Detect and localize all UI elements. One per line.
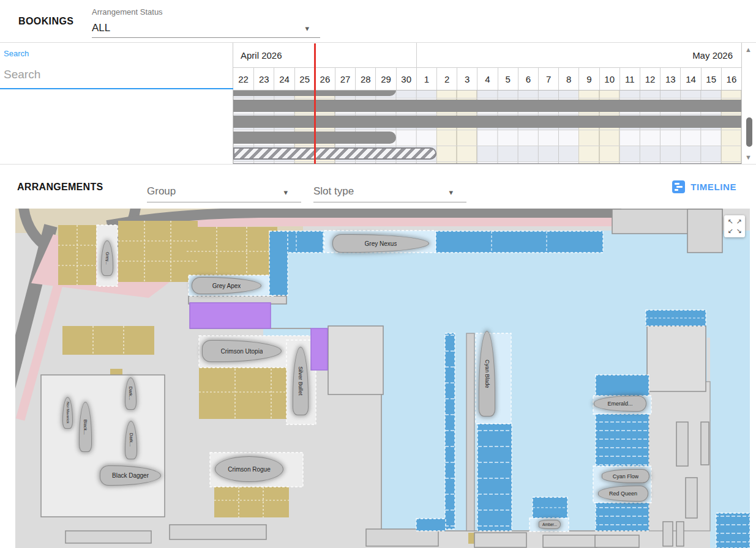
select-underline — [147, 202, 301, 202]
bookings-header: BOOKINGS Arrangement Status ALL ▾ — [0, 0, 756, 43]
group-select[interactable]: Group ▾ — [147, 178, 301, 202]
expand-nw-icon: ↖ — [727, 218, 733, 225]
day-cell: 12 — [640, 68, 660, 90]
weekend-cell — [578, 146, 599, 161]
arrangement-status-label: Arrangement Status — [92, 7, 163, 17]
weekend-cell — [721, 146, 741, 161]
day-cell: 9 — [578, 68, 599, 90]
weekend-cell — [721, 130, 741, 146]
month-header: April 2026 May 2026 — [233, 43, 741, 67]
timeline-scrollbar: ▲ ▼ — [741, 43, 756, 164]
day-cell: 6 — [518, 68, 538, 90]
day-cell: 2 — [436, 68, 457, 90]
yacht-label: Cyan Flow — [613, 473, 639, 480]
weekend-cell — [457, 130, 477, 146]
slot-type-select-label: Slot type — [313, 185, 354, 198]
month-label-april: April 2026 — [233, 43, 416, 67]
yacht-label: Nor Maverick — [66, 402, 70, 423]
day-cell: 3 — [457, 68, 477, 90]
day-cell: 28 — [355, 68, 375, 90]
day-cell: 4 — [477, 68, 497, 90]
chevron-down-icon: ▾ — [449, 188, 453, 197]
yacht[interactable]: Crimson Rogue — [215, 456, 283, 482]
yacht-label: Crimson Rogue — [228, 466, 270, 473]
booking-row-chart — [233, 114, 741, 130]
bookings-title: BOOKINGS — [18, 16, 73, 27]
weekend-cell — [578, 91, 599, 98]
bookings-search-panel: Search — [0, 43, 233, 164]
day-cell: 22 — [233, 68, 253, 90]
yacht[interactable]: Amber... — [539, 520, 561, 529]
expand-sw-icon: ↙ — [727, 228, 733, 234]
day-cell: 29 — [375, 68, 395, 90]
booking-bar[interactable] — [233, 116, 741, 128]
weekend-cell — [599, 91, 619, 98]
yacht-label: Crimson Utopia — [221, 348, 263, 355]
yacht-label: Red Queen — [609, 491, 637, 497]
booking-bar[interactable] — [233, 100, 741, 112]
weekend-cell — [436, 91, 457, 98]
weekend-cell — [721, 91, 741, 98]
day-cell: 8 — [558, 68, 578, 90]
day-cell: 5 — [498, 68, 518, 90]
today-marker-line — [314, 43, 316, 164]
weekend-cell — [578, 130, 599, 146]
weekend-cell — [457, 91, 477, 98]
yacht-label: Black... — [83, 420, 88, 435]
marina-map[interactable]: Grey...Grey NexusGrey ApexCrimson Utopia… — [15, 209, 750, 548]
chevron-down-icon: ▾ — [283, 188, 288, 197]
marina-app: BOOKINGS Arrangement Status ALL ▾ Search… — [0, 0, 756, 548]
booking-row-chart — [233, 98, 741, 114]
scroll-down-icon[interactable]: ▼ — [745, 154, 752, 161]
arrangement-status-select[interactable]: ALL ▾ — [92, 20, 320, 38]
yacht-label: Black Dagger — [112, 472, 149, 479]
booking-row-chart — [233, 91, 741, 98]
day-cell: 1 — [416, 68, 436, 90]
day-cell: 15 — [701, 68, 721, 90]
select-underline — [313, 202, 466, 202]
select-underline — [92, 37, 320, 38]
expand-ne-icon: ↗ — [736, 218, 741, 225]
weekend-cell — [599, 130, 619, 146]
fullscreen-expand-button[interactable]: ↖ ↗ ↙ ↘ — [724, 215, 745, 237]
group-select-label: Group — [147, 185, 176, 198]
slot-type-select[interactable]: Slot type ▾ — [313, 178, 466, 202]
booking-row-chart — [233, 130, 741, 146]
arrangements-title: ARRANGEMENTS — [17, 182, 103, 193]
expand-se-icon: ↘ — [736, 228, 741, 234]
day-cell: 23 — [253, 68, 274, 90]
day-header: 2223242526272829301234567891011121314151… — [233, 67, 741, 91]
yacht-label: Grey Apex — [212, 283, 241, 289]
yacht-label: Cyan Blade — [484, 360, 490, 388]
chevron-down-icon: ▾ — [305, 24, 309, 33]
day-cell: 16 — [721, 68, 741, 90]
timeline-button-label: TIMELINE — [691, 182, 736, 192]
month-label-may: May 2026 — [416, 43, 741, 67]
day-cell: 25 — [294, 68, 315, 90]
booking-bar[interactable] — [233, 147, 436, 160]
yacht-label: Dark... — [129, 433, 134, 446]
day-cell: 14 — [680, 68, 700, 90]
scrollbar-thumb[interactable] — [746, 117, 752, 147]
weekend-cell — [436, 146, 457, 161]
timeline-view-button[interactable]: TIMELINE — [672, 179, 736, 194]
day-cell: 27 — [335, 68, 355, 90]
timeline-icon — [672, 180, 685, 193]
search-label: Search — [4, 49, 29, 58]
yacht-label: Dark... — [128, 387, 133, 400]
scroll-up-icon[interactable]: ▲ — [745, 46, 752, 53]
yacht-label: Grey... — [105, 252, 110, 264]
yacht-label: Silver Bullet — [298, 366, 304, 396]
yacht[interactable]: Cyan Flow — [602, 469, 649, 483]
weekend-cell — [436, 130, 457, 146]
arrangements-toolbar: ARRANGEMENTS Group ▾ Slot type ▾ TIMELIN… — [0, 164, 756, 209]
day-cell: 26 — [315, 68, 335, 90]
yacht-label: Amber... — [542, 522, 557, 527]
day-cell: 30 — [396, 68, 416, 90]
day-cell: 7 — [538, 68, 558, 90]
day-cell: 10 — [599, 68, 619, 90]
search-underline — [0, 88, 233, 89]
search-input[interactable] — [2, 64, 225, 86]
weekend-cell — [457, 146, 477, 161]
day-cell: 13 — [660, 68, 680, 90]
